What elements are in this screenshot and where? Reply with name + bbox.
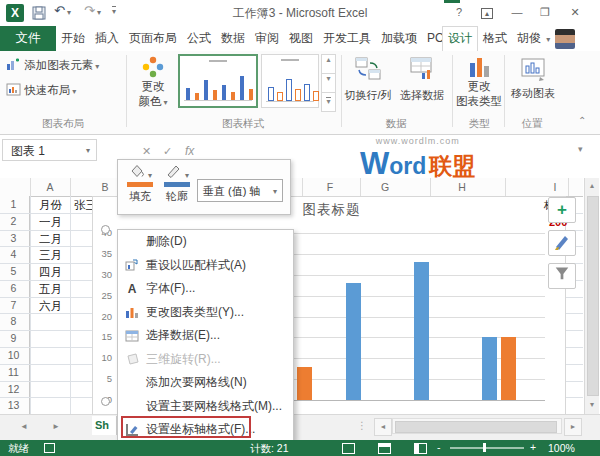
column-header-G[interactable]: G bbox=[370, 181, 400, 193]
tab-design-active[interactable]: 设计 bbox=[442, 26, 478, 51]
hscroll-thumb[interactable] bbox=[395, 421, 557, 433]
vscroll-down-button[interactable]: ▾ bbox=[585, 397, 599, 412]
gallery-down-button[interactable]: ▾ bbox=[321, 74, 336, 93]
qat-customize-button[interactable]: ▾ bbox=[112, 6, 116, 16]
tab-review[interactable]: 审阅 bbox=[250, 26, 284, 51]
zoom-out-button[interactable]: - bbox=[437, 441, 441, 453]
column-header-F[interactable]: F bbox=[315, 181, 345, 193]
menu-item-font[interactable]: A 字体(F)... bbox=[118, 277, 293, 301]
menu-item-add-minor-gridlines[interactable]: 添加次要网格线(N) bbox=[118, 371, 293, 395]
chart-element-selector[interactable]: 垂直 (值) 轴▾ bbox=[197, 179, 283, 202]
tab-developer[interactable]: 开发工具 bbox=[318, 26, 376, 51]
normal-view-button[interactable] bbox=[342, 443, 355, 456]
tab-home[interactable]: 开始 bbox=[56, 26, 90, 51]
formula-bar-expand-button[interactable]: ▾ bbox=[578, 144, 583, 154]
redo-button[interactable]: ↷▾ bbox=[84, 3, 101, 18]
cell-column-a[interactable]: 五月 bbox=[30, 282, 71, 297]
cell-b1-clipped[interactable]: 张三 bbox=[74, 198, 92, 213]
vscroll-up-button[interactable]: ▴ bbox=[585, 178, 599, 193]
user-name-menu[interactable]: 胡俊 ▾ bbox=[512, 26, 555, 51]
tab-data[interactable]: 数据 bbox=[216, 26, 250, 51]
tab-format[interactable]: 格式 bbox=[478, 26, 512, 51]
hscroll-right-button[interactable]: ► bbox=[564, 418, 582, 436]
macro-record-icon[interactable] bbox=[44, 443, 55, 455]
maximize-button[interactable]: ❐ bbox=[534, 3, 556, 21]
column-header-H[interactable]: H bbox=[447, 181, 477, 193]
gallery-more-button[interactable]: ▾ bbox=[321, 93, 336, 112]
vscroll-thumb[interactable] bbox=[587, 196, 599, 396]
sheet-nav-left-button[interactable]: ◄ bbox=[20, 422, 28, 431]
ribbon-display-options-button[interactable]: ▴ bbox=[476, 3, 498, 21]
save-button[interactable] bbox=[32, 6, 46, 23]
chart-style-thumb-selected[interactable] bbox=[178, 54, 258, 108]
chart-bar-series-blue[interactable] bbox=[414, 262, 429, 400]
cell-column-a[interactable]: 月份 bbox=[30, 198, 71, 213]
chart-styles-button[interactable] bbox=[548, 230, 576, 256]
tab-view[interactable]: 视图 bbox=[284, 26, 318, 51]
chart-elements-button[interactable]: + bbox=[548, 197, 576, 223]
column-header-I[interactable]: I bbox=[540, 181, 570, 193]
tab-page-layout[interactable]: 页面布局 bbox=[124, 26, 182, 51]
vertical-scrollbar[interactable]: ▴ ▾ bbox=[584, 178, 599, 414]
menu-item-select-data[interactable]: 选择数据(E)... bbox=[118, 324, 293, 348]
add-chart-element-button[interactable]: 添加图表元素▾ bbox=[6, 58, 99, 73]
change-chart-type-button[interactable]: 更改 图表类型 bbox=[456, 55, 502, 109]
chart-filters-button[interactable] bbox=[548, 263, 576, 289]
page-layout-view-button[interactable] bbox=[378, 443, 391, 456]
switch-row-column-button[interactable]: 切换行/列 bbox=[344, 56, 392, 103]
sheet-tab[interactable]: Sh bbox=[92, 416, 117, 435]
sheet-nav-right-button[interactable]: ► bbox=[52, 422, 60, 431]
enter-formula-icon[interactable]: ✓ bbox=[163, 145, 172, 158]
insert-function-icon[interactable]: fx bbox=[185, 144, 194, 158]
cell-column-a[interactable]: 二月 bbox=[30, 232, 71, 247]
fill-color-button[interactable]: ▾ 填充 bbox=[123, 163, 157, 204]
tab-file[interactable]: 文件 bbox=[0, 26, 56, 51]
close-button[interactable]: ✕ bbox=[564, 3, 586, 21]
quick-layout-button[interactable]: 快速布局▾ bbox=[6, 83, 76, 98]
cancel-formula-icon[interactable]: ✕ bbox=[142, 145, 151, 158]
tab-power[interactable]: POWER bbox=[422, 26, 442, 51]
move-chart-button[interactable]: 移动图表 bbox=[508, 56, 558, 101]
tab-splitter-handle[interactable]: ⋮ bbox=[357, 420, 367, 431]
cell-column-a[interactable]: 六月 bbox=[30, 299, 71, 314]
change-colors-button[interactable]: 更改 颜色▾ bbox=[131, 55, 175, 109]
undo-button[interactable]: ↶▾ bbox=[54, 3, 71, 18]
chart-bar-series-blue[interactable] bbox=[482, 337, 497, 400]
cell-column-a[interactable]: 三月 bbox=[30, 248, 71, 263]
column-headers[interactable]: ABCDEFGHI bbox=[0, 178, 583, 197]
zoom-level[interactable]: 100% bbox=[548, 442, 575, 454]
hscroll-track[interactable] bbox=[392, 418, 562, 434]
axis-selection-handle[interactable] bbox=[101, 225, 110, 234]
page-break-view-button[interactable] bbox=[414, 443, 427, 456]
menu-item-delete[interactable]: 删除(D) bbox=[118, 230, 293, 254]
cell-column-a[interactable]: 四月 bbox=[30, 265, 71, 280]
name-box[interactable]: 图表 1▾ bbox=[2, 139, 97, 161]
zoom-slider-thumb[interactable] bbox=[483, 443, 486, 452]
axis-selection-handle[interactable] bbox=[101, 397, 110, 406]
zoom-slider-track[interactable] bbox=[450, 447, 524, 449]
menu-item-reset-to-match-style[interactable]: 重设以匹配样式(A) bbox=[118, 254, 293, 278]
hscroll-left-button[interactable]: ◄ bbox=[374, 418, 392, 436]
column-header-A[interactable]: A bbox=[35, 181, 65, 193]
zoom-in-button[interactable]: + bbox=[530, 441, 536, 453]
menu-item-change-chart-type[interactable]: 更改图表类型(Y)... bbox=[118, 301, 293, 325]
gallery-up-button[interactable]: ▴ bbox=[321, 54, 336, 74]
tab-formulas[interactable]: 公式 bbox=[182, 26, 216, 51]
column-header-B[interactable]: B bbox=[90, 181, 120, 193]
chart-style-thumb[interactable] bbox=[261, 54, 319, 108]
help-button[interactable]: ? bbox=[448, 3, 470, 21]
user-avatar[interactable] bbox=[555, 29, 575, 49]
select-data-button[interactable]: 选择数据 bbox=[396, 56, 448, 103]
collapse-ribbon-button[interactable]: ⌃ bbox=[578, 115, 586, 126]
minimize-button[interactable]: — bbox=[506, 3, 528, 21]
tab-addins[interactable]: 加载项 bbox=[376, 26, 422, 51]
title-bar: X ↶▾ ↷▾ ▾ 工作簿3 - Microsoft Excel ? ▴ — ❐… bbox=[0, 0, 600, 26]
chart-bar-series-orange[interactable] bbox=[297, 367, 312, 400]
formula-input[interactable] bbox=[204, 140, 574, 160]
menu-item-format-major-gridlines[interactable]: 设置主要网格线格式(M)... bbox=[118, 395, 293, 419]
chart-bar-series-blue[interactable] bbox=[346, 283, 361, 400]
outline-color-button[interactable]: ▾ 轮廓 bbox=[160, 163, 194, 204]
chart-bar-series-orange[interactable] bbox=[501, 337, 516, 400]
cell-column-a[interactable]: 一月 bbox=[30, 215, 71, 230]
tab-insert[interactable]: 插入 bbox=[90, 26, 124, 51]
